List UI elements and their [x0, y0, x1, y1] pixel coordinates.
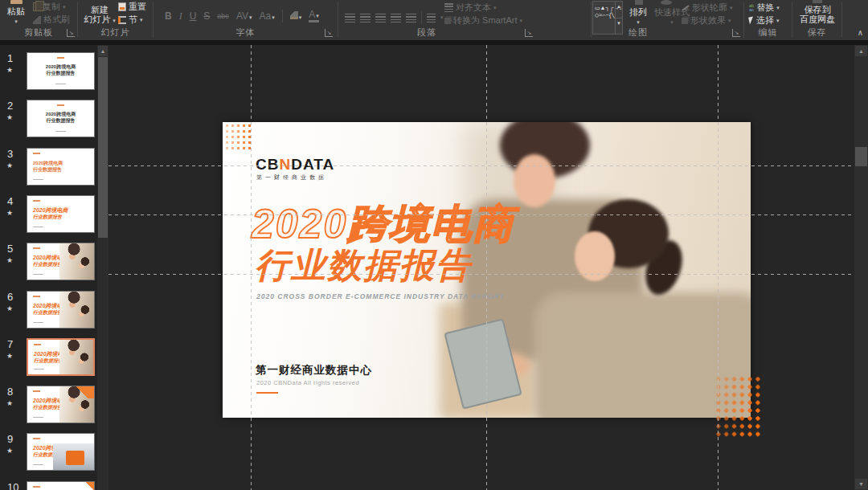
smartart-icon [444, 18, 451, 24]
slide-thumbnail-item[interactable]: 5 ★ 2020跨境电商 行业数据报告 [0, 243, 97, 283]
paste-button[interactable]: 粘贴 ▾ [2, 0, 30, 25]
select-button[interactable]: 选择▾ [749, 14, 780, 27]
slide-number: 2 [7, 100, 13, 112]
clear-formatting-button: abc [217, 12, 229, 20]
font-dialog-launcher[interactable]: ↘ [325, 29, 333, 37]
horizontal-guide-3[interactable] [108, 274, 854, 275]
baidu-cloud-icon [813, 0, 822, 3]
slide-thumbnail[interactable]: 2020跨境电商 行业数据报告 [27, 433, 95, 471]
ribbon-group-drawing: ▭▲┐┌→↓ ◇≈⌢~{╲ ▲▼ 排列 ▾ 快速样式 ▾ 形状轮廓▾ 形状效果▾ [592, 0, 743, 40]
bold-button: B [165, 10, 172, 22]
slide-subtitle-english[interactable]: 2020 CROSS BORDER E-COMMERCE INDUSTRY DA… [256, 292, 505, 300]
slide-thumbnail[interactable]: 2020跨境电商 行业数据报告 [27, 243, 95, 280]
vertical-guide-1[interactable] [251, 45, 252, 490]
shapes-row-2[interactable]: ◇≈⌢~{╲ [595, 12, 614, 18]
paragraph-group-label: 段落 [395, 27, 459, 39]
shape-effects-button: 形状效果▾ [682, 14, 731, 27]
thumbnail-accent [66, 451, 84, 465]
paste-dropdown-arrow[interactable]: ▾ [2, 18, 30, 25]
ribbon-group-clipboard: 粘贴 ▾ 复制▾ 格式刷 剪贴板 ↘ [0, 0, 77, 40]
ribbon-group-editing: abac 替换▾ 选择▾ 编辑 [744, 0, 792, 40]
logo-subtext: 第一财经商业数据 [256, 174, 327, 182]
slide-number: 6 [7, 291, 13, 303]
save-group-label: 保存 [792, 27, 841, 39]
strikethrough-button: S [203, 10, 210, 22]
collapse-ribbon-button[interactable]: ∧ [858, 28, 863, 37]
slide-thumbnail-item[interactable]: 8 ★ 2020跨境电商 行业数据报告 [0, 386, 97, 426]
slide-title-line2[interactable]: 行业数据报告 [255, 243, 472, 289]
clipboard-dialog-launcher[interactable]: ↘ [67, 29, 75, 37]
canvas-scrollbar-thumb[interactable] [855, 147, 867, 166]
slide-thumbnail-item[interactable]: 2 ★ 2020跨境电商 行业数据报告 [0, 100, 97, 140]
slide-thumbnail[interactable]: 2020跨境电商 行业数据报告 [27, 386, 95, 423]
animation-star-icon: ★ [6, 447, 13, 455]
slide-number: 8 [7, 386, 13, 398]
canvas-scroll-up-button[interactable]: ▲ [855, 46, 867, 56]
section-icon [118, 16, 126, 24]
highlight-color-button: ▾ [290, 10, 302, 22]
thumbnail-photo [59, 292, 94, 328]
slide-thumbnail[interactable]: 2020跨境电商 行业数据报告 [27, 338, 95, 376]
character-spacing-button: AV▾ [236, 10, 252, 22]
section-button[interactable]: 节▾ [118, 14, 143, 26]
horizontal-guide-2[interactable] [108, 214, 854, 215]
paragraph-dialog-launcher[interactable]: ↘ [525, 29, 533, 37]
thumbnail-scroll-up-button[interactable]: ▲ [98, 46, 108, 56]
slide-thumbnail-item[interactable]: 1 ★ 2020跨境电商 行业数据报告 [0, 52, 97, 92]
slide-thumbnail-item[interactable]: 7 ★ 2020跨境电商 行业数据报告 [0, 338, 97, 378]
animation-star-icon: ★ [6, 352, 13, 360]
align-left-icon [345, 14, 355, 22]
canvas-scrollbar[interactable]: ▲ ▼ [854, 45, 868, 490]
slide-number: 9 [7, 433, 13, 445]
slide-thumbnail-item[interactable]: 10 ★ 2020跨境电商 行业数据报告 [0, 481, 97, 490]
slide-thumbnail[interactable]: 2020跨境电商 行业数据报告 [27, 195, 95, 233]
cbndata-logo[interactable]: CBNDATA [256, 156, 334, 174]
clipboard-group-label: 剪贴板 [0, 27, 77, 39]
slide-thumbnail-item[interactable]: 6 ★ 2020跨境电商 行业数据报告 [0, 291, 97, 331]
reset-button[interactable]: 重置 [118, 1, 146, 13]
application-window: 粘贴 ▾ 复制▾ 格式刷 剪贴板 ↘ 新建 幻灯片 ▾ 重置 [0, 0, 868, 490]
paste-icon [10, 0, 23, 4]
ribbon-group-paragraph: ▾ 对齐文本▾ 转换为 SmartArt▾ 段落 ↘ [338, 0, 591, 40]
replace-button[interactable]: abac 替换▾ [749, 2, 780, 14]
slide-thumbnail[interactable]: 2020跨境电商 行业数据报告 [27, 100, 95, 137]
canvas-scroll-down-button[interactable]: ▼ [855, 479, 867, 489]
underline-button: U [190, 10, 197, 22]
slide-thumbnail-item[interactable]: 9 ★ 2020跨境电商 行业数据报告 [0, 433, 97, 473]
thumbnail-photo [59, 243, 94, 280]
shape-outline-button: 形状轮廓▾ [682, 2, 733, 14]
save-to-baidu-button[interactable]: 保存到 百度网盘 [797, 5, 837, 24]
vertical-guide-2[interactable] [486, 45, 487, 490]
thumbnail-scrollbar-thumb[interactable] [98, 57, 108, 238]
thumbnail-photo [59, 340, 93, 374]
reset-icon [118, 2, 126, 11]
slide-thumbnail-panel: 1 ★ 2020跨境电商 行业数据报告 2 ★ 2020跨境电商 行业数据报告 … [0, 45, 97, 490]
thumbnail-scrollbar[interactable]: ▲ [97, 45, 108, 490]
animation-star-icon: ★ [6, 256, 13, 264]
highlight-pen-icon [290, 11, 298, 19]
slide-footer-copyright: 2020 CBNData All rights reserved [256, 379, 359, 386]
thumbnail-accent [66, 386, 94, 398]
slide-thumbnail-item[interactable]: 3 ★ 2020跨境电商 行业数据报告 [0, 148, 97, 188]
vertical-guide-3[interactable] [718, 45, 719, 490]
animation-star-icon: ★ [6, 113, 13, 121]
slide-thumbnail[interactable]: 2020跨境电商 行业数据报告 [27, 52, 95, 90]
slide-thumbnail[interactable]: 2020跨境电商 行业数据报告 [27, 291, 95, 329]
new-slide-button[interactable]: 新建 幻灯片 ▾ [81, 5, 118, 26]
animation-star-icon: ★ [6, 161, 13, 169]
slide-thumbnail-item[interactable]: 4 ★ 2020跨境电商 行业数据报告 [0, 195, 97, 235]
align-text-icon [444, 3, 453, 12]
slide-footer-organization[interactable]: 第一财经商业数据中心 [256, 363, 372, 378]
arrange-button[interactable]: 排列 ▾ [625, 6, 651, 26]
slide-thumbnail[interactable]: 2020跨境电商 行业数据报告 [27, 481, 95, 490]
ribbon-group-font: B I U S abc AV▾ Aa▾ ▾ A▾ 字体 ↘ [154, 0, 338, 40]
drawing-dialog-launcher[interactable]: ↘ [732, 29, 740, 37]
font-color-button: A▾ [309, 10, 319, 22]
slide-thumbnail[interactable]: 2020跨境电商 行业数据报告 [27, 148, 95, 186]
ribbon: 粘贴 ▾ 复制▾ 格式刷 剪贴板 ↘ 新建 幻灯片 ▾ 重置 [0, 0, 868, 40]
horizontal-guide-1[interactable] [108, 165, 854, 166]
replace-icon: abac [749, 4, 754, 12]
convert-smartart-button: 转换为 SmartArt▾ [444, 14, 522, 27]
slide-number: 3 [7, 148, 13, 160]
select-cursor-icon [748, 16, 755, 24]
